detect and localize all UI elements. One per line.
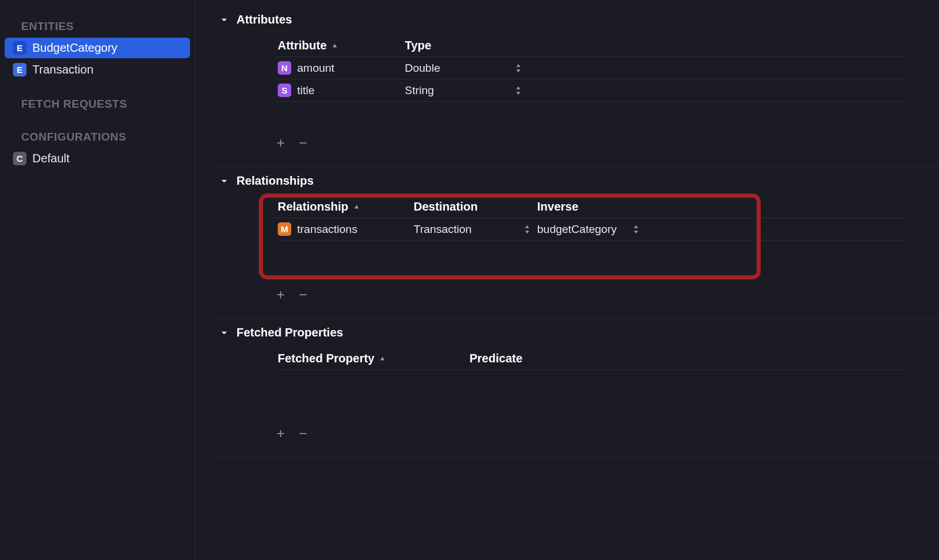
entity-item-budgetcategory[interactable]: E BudgetCategory [5,38,190,58]
fetched-property-row-empty [275,392,904,415]
configurations-header: CONFIGURATIONS [0,127,195,147]
relationships-title: Relationships [237,174,314,188]
relationships-header-destination[interactable]: Destination [414,200,537,214]
attributes-header-name[interactable]: Attribute [275,39,405,52]
relationships-table: Relationship Destination Inverse [275,196,904,276]
relationship-inverse-select[interactable]: budgetCategory [537,223,646,236]
main-content: Attributes Attribute Type [195,0,939,458]
fetched-property-row-empty [275,370,904,392]
relationship-row-empty [275,241,904,276]
attribute-type-select[interactable]: Double [405,62,528,75]
attribute-row[interactable]: N amount Double [275,57,904,79]
fetched-properties-table: Fetched Property Predicate [275,348,904,415]
relationships-header-inverse[interactable]: Inverse [537,200,714,214]
entity-label: BudgetCategory [32,41,118,55]
disclosure-attributes[interactable] [219,15,229,25]
remove-relationship-button[interactable]: − [299,288,307,302]
relationship-name: transactions [297,223,357,236]
relationship-row[interactable]: M transactions Transaction budgetCategor [275,218,904,241]
entity-item-transaction[interactable]: E Transaction [5,59,190,80]
sort-caret-icon [353,204,360,211]
attribute-row-empty [275,102,904,124]
attributes-header-type[interactable]: Type [405,39,528,52]
entities-header: ENTITIES [0,16,195,36]
configuration-item-default[interactable]: C Default [5,148,190,169]
relationships-header-name[interactable]: Relationship [275,200,414,214]
relationship-destination-select[interactable]: Transaction [414,223,537,236]
relationships-section: Relationships Relationship Destination I… [219,167,939,319]
updown-icon [633,225,639,234]
sidebar: ENTITIES E BudgetCategory E Transaction … [0,0,195,560]
sort-caret-icon [331,42,338,49]
attribute-name: amount [297,62,334,75]
remove-fetched-property-button[interactable]: − [299,426,307,441]
updown-icon [524,225,530,234]
entity-badge-icon: E [13,63,26,76]
add-relationship-button[interactable]: + [277,288,285,302]
disclosure-relationships[interactable] [219,176,229,186]
relationship-badge-icon: M [278,222,291,236]
fetched-properties-header-name[interactable]: Fetched Property [275,352,470,365]
add-fetched-property-button[interactable]: + [277,426,285,441]
attributes-table: Attribute Type N amount [275,35,904,124]
attribute-name: title [297,84,315,97]
fetch-requests-header: FETCH REQUESTS [0,94,195,114]
attribute-type-badge-icon: N [278,61,291,75]
attribute-row[interactable]: S title String [275,79,904,102]
disclosure-fetched-properties[interactable] [219,328,229,338]
entity-badge-icon: E [13,41,26,55]
fetched-properties-section: Fetched Properties Fetched Property Pred… [219,319,939,458]
attribute-type-badge-icon: S [278,84,291,97]
configuration-badge-icon: C [13,152,26,165]
attributes-title: Attributes [237,13,292,26]
fetched-properties-header-predicate[interactable]: Predicate [470,352,904,365]
updown-icon [515,64,521,72]
attributes-section: Attributes Attribute Type [219,6,939,167]
add-attribute-button[interactable]: + [277,136,285,150]
fetched-properties-title: Fetched Properties [237,326,343,339]
entity-label: Transaction [32,63,94,76]
updown-icon [515,86,521,95]
remove-attribute-button[interactable]: − [299,136,307,150]
attribute-type-select[interactable]: String [405,84,528,97]
sort-caret-icon [379,355,386,362]
configuration-label: Default [32,152,69,165]
